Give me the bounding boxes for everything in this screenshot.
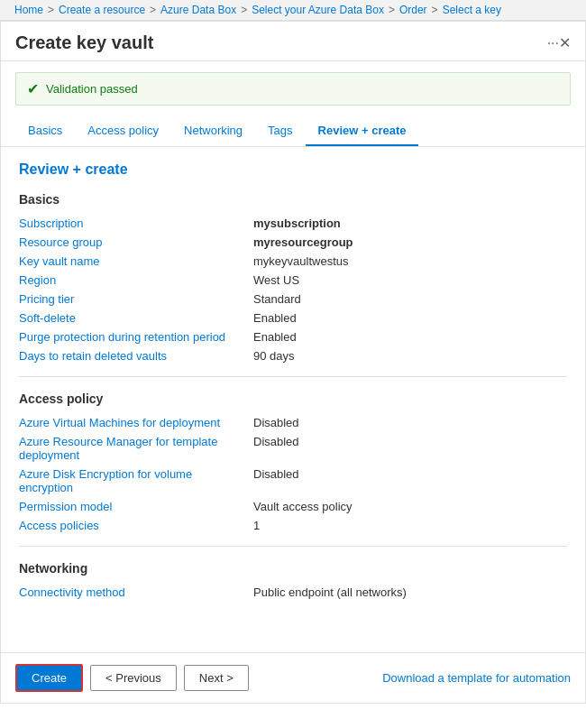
basics-heading: Basics xyxy=(19,192,567,207)
table-row: Access policies 1 xyxy=(19,516,567,535)
tab-access-policy[interactable]: Access policy xyxy=(75,116,171,146)
access-policy-table: Azure Virtual Machines for deployment Di… xyxy=(19,413,567,535)
next-button[interactable]: Next > xyxy=(184,665,249,691)
field-value-region: West US xyxy=(253,271,567,290)
field-label-arm-template: Azure Resource Manager for template depl… xyxy=(19,432,253,465)
breadcrumb-select-key[interactable]: Select a key xyxy=(443,4,501,16)
panel-title: Create key vault xyxy=(15,32,540,53)
breadcrumb-home[interactable]: Home xyxy=(14,4,43,16)
field-label-subscription: Subscription xyxy=(19,214,253,233)
field-label-permission-model: Permission model xyxy=(19,497,253,516)
table-row: Permission model Vault access policy xyxy=(19,497,567,516)
tab-review-create[interactable]: Review + create xyxy=(306,116,419,146)
field-label-pricing-tier: Pricing tier xyxy=(19,290,253,309)
access-policy-heading: Access policy xyxy=(19,392,567,406)
field-value-connectivity: Public endpoint (all networks) xyxy=(253,583,567,602)
panel-menu-icon[interactable]: ··· xyxy=(547,35,559,51)
validation-check-icon: ✔ xyxy=(27,80,39,97)
field-value-permission-model: Vault access policy xyxy=(253,497,567,516)
table-row: Azure Virtual Machines for deployment Di… xyxy=(19,413,567,432)
table-row: Resource group myresourcegroup xyxy=(19,233,567,252)
create-button[interactable]: Create xyxy=(15,664,83,692)
field-label-days-retain: Days to retain deleted vaults xyxy=(19,346,253,365)
field-label-key-vault-name: Key vault name xyxy=(19,252,253,271)
breadcrumb: Home > Create a resource > Azure Data Bo… xyxy=(0,0,586,21)
field-value-purge-protection: Enabled xyxy=(253,327,567,346)
tab-tags[interactable]: Tags xyxy=(255,116,305,146)
breadcrumb-azure-data-box[interactable]: Azure Data Box xyxy=(160,4,236,16)
field-value-access-policies: 1 xyxy=(253,516,567,535)
networking-table: Connectivity method Public endpoint (all… xyxy=(19,583,567,602)
download-template-link[interactable]: Download a template for automation xyxy=(382,671,571,685)
section-divider-2 xyxy=(19,546,567,547)
create-key-vault-panel: Create key vault ··· ✕ ✔ Validation pass… xyxy=(0,21,586,704)
field-label-connectivity: Connectivity method xyxy=(19,583,253,602)
field-label-vm-deployment: Azure Virtual Machines for deployment xyxy=(19,413,253,432)
breadcrumb-create-resource[interactable]: Create a resource xyxy=(59,4,145,16)
table-row: Azure Disk Encryption for volume encrypt… xyxy=(19,465,567,497)
field-value-vm-deployment: Disabled xyxy=(253,413,567,432)
table-row: Soft-delete Enabled xyxy=(19,309,567,327)
tab-basics[interactable]: Basics xyxy=(15,116,75,146)
field-value-arm-template: Disabled xyxy=(253,432,567,465)
field-label-region: Region xyxy=(19,271,253,290)
table-row: Pricing tier Standard xyxy=(19,290,567,309)
field-value-disk-encryption: Disabled xyxy=(253,465,567,497)
breadcrumb-sep-4: > xyxy=(432,4,438,16)
field-value-resource-group: myresourcegroup xyxy=(253,233,567,252)
content-area: Review + create Basics Subscription mysu… xyxy=(1,147,585,652)
page-section-title: Review + create xyxy=(19,161,567,178)
field-value-days-retain: 90 days xyxy=(253,346,567,365)
tab-networking[interactable]: Networking xyxy=(171,116,255,146)
table-row: Days to retain deleted vaults 90 days xyxy=(19,346,567,365)
close-icon[interactable]: ✕ xyxy=(559,34,571,51)
tabs-row: Basics Access policy Networking Tags Rev… xyxy=(1,116,585,147)
field-label-soft-delete: Soft-delete xyxy=(19,309,253,327)
table-row: Region West US xyxy=(19,271,567,290)
basics-table: Subscription mysubscription Resource gro… xyxy=(19,214,567,365)
table-row: Connectivity method Public endpoint (all… xyxy=(19,583,567,602)
field-label-resource-group: Resource group xyxy=(19,233,253,252)
validation-text: Validation passed xyxy=(46,82,138,96)
networking-heading: Networking xyxy=(19,561,567,576)
table-row: Subscription mysubscription xyxy=(19,214,567,233)
breadcrumb-select-azure-data-box[interactable]: Select your Azure Data Box xyxy=(252,4,384,16)
field-value-key-vault-name: mykeyvaultwestus xyxy=(253,252,567,271)
field-value-pricing-tier: Standard xyxy=(253,290,567,309)
table-row: Key vault name mykeyvaultwestus xyxy=(19,252,567,271)
validation-bar: ✔ Validation passed xyxy=(15,72,571,106)
field-label-disk-encryption: Azure Disk Encryption for volume encrypt… xyxy=(19,465,253,497)
field-value-soft-delete: Enabled xyxy=(253,309,567,327)
footer: Create < Previous Next > Download a temp… xyxy=(1,652,585,703)
section-divider-1 xyxy=(19,376,567,377)
breadcrumb-sep-3: > xyxy=(389,4,395,16)
table-row: Purge protection during retention period… xyxy=(19,327,567,346)
breadcrumb-sep-2: > xyxy=(241,4,247,16)
field-value-subscription: mysubscription xyxy=(253,214,567,233)
field-label-access-policies: Access policies xyxy=(19,516,253,535)
table-row: Azure Resource Manager for template depl… xyxy=(19,432,567,465)
breadcrumb-order[interactable]: Order xyxy=(399,4,427,16)
breadcrumb-sep-1: > xyxy=(150,4,156,16)
panel-header: Create key vault ··· ✕ xyxy=(1,22,585,61)
previous-button[interactable]: < Previous xyxy=(90,665,177,691)
breadcrumb-sep-0: > xyxy=(48,4,54,16)
field-label-purge-protection: Purge protection during retention period xyxy=(19,327,253,346)
